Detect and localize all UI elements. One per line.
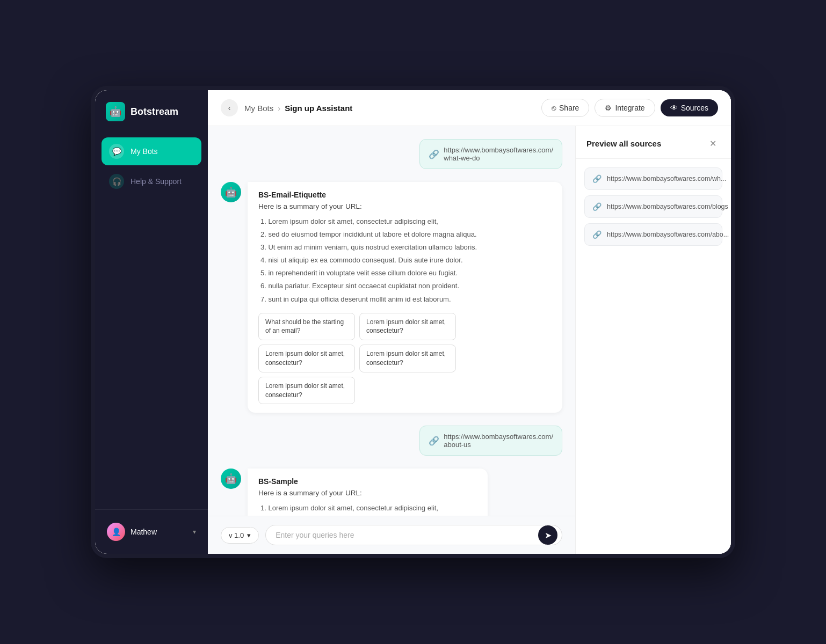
bot-list-2: 1. Lorem ipsum dolor sit amet, consectet… — [258, 502, 477, 516]
url-pill: 🔗 https://www.bombaysoftwares.com/what-w… — [419, 139, 562, 169]
chip[interactable]: Lorem ipsum dolor sit amet, consectetur? — [258, 377, 355, 405]
bot-summary-2: Here is a summary of your URL: — [258, 489, 477, 497]
url-text-2: https://www.bombaysoftwares.com/about-us — [444, 433, 553, 449]
breadcrumb-separator: › — [278, 104, 280, 113]
header: ‹ My Bots › Sign up Assistant ⎋ Share ⚙ … — [208, 90, 731, 126]
preview-panel: Preview all sources ✕ 🔗 https://www.bomb… — [575, 126, 731, 554]
main-content: ‹ My Bots › Sign up Assistant ⎋ Share ⚙ … — [208, 90, 731, 554]
bot-name-2: BS-Sample — [258, 477, 477, 486]
back-button[interactable]: ‹ — [221, 99, 238, 116]
chat-input-wrapper: ➤ — [265, 525, 562, 545]
version-label: v 1.0 — [229, 531, 244, 539]
link-icon: 🔗 — [592, 174, 602, 183]
bot-list-1: 1. Lorem ipsum dolor sit amet, consectet… — [258, 216, 552, 305]
link-icon: 🔗 — [429, 149, 439, 159]
bot-response-1: 🤖 BS-Email-Etiquette Here is a summary o… — [221, 182, 562, 413]
user-info[interactable]: 👤 Mathew ▾ — [102, 518, 201, 545]
source-url: https://www.bombaysoftwares.com/blogs — [607, 203, 728, 210]
sidebar: 🤖 Botstream 💬 My Bots 🎧 Help & Support 👤… — [95, 90, 208, 554]
source-item-3[interactable]: 🔗 https://www.bombaysoftwares.com/abo... — [584, 223, 722, 246]
sidebar-item-label: My Bots — [131, 147, 158, 156]
integrate-button[interactable]: ⚙ Integrate — [595, 99, 655, 117]
chip[interactable]: Lorem ipsum dolor sit amet, consectetur? — [359, 313, 456, 341]
suggestion-chips-1: What should be the starting of an email?… — [258, 313, 552, 405]
preview-title: Preview all sources — [586, 139, 661, 148]
logo-icon: 🤖 — [106, 102, 125, 121]
url-pill-2: 🔗 https://www.bombaysoftwares.com/about-… — [419, 426, 562, 456]
link-icon: 🔗 — [592, 230, 602, 239]
list-item: 4. nisi ut aliquip ex ea commodo consequ… — [260, 254, 552, 266]
bot-response-2: 🤖 BS-Sample Here is a summary of your UR… — [221, 469, 562, 516]
help-support-icon: 🎧 — [109, 174, 124, 189]
sidebar-footer: 👤 Mathew ▾ — [95, 509, 208, 554]
bot-summary-1: Here is a summary of your URL: — [258, 202, 552, 210]
list-item: 2. sed do eiusmod tempor incididunt ut l… — [260, 229, 552, 240]
app-name: Botstream — [131, 106, 178, 118]
chat-input-area: v 1.0 ▾ ➤ — [208, 516, 575, 554]
sidebar-item-label: Help & Support — [131, 177, 182, 186]
preview-header: Preview all sources ✕ — [576, 126, 731, 159]
url-text: https://www.bombaysoftwares.com/what-we-… — [444, 146, 553, 162]
source-url: https://www.bombaysoftwares.com/abo... — [607, 231, 729, 238]
header-actions: ⎋ Share ⚙ Integrate 👁 Sources — [541, 99, 718, 117]
chat-messages: 🔗 https://www.bombaysoftwares.com/what-w… — [208, 126, 575, 516]
sidebar-item-my-bots[interactable]: 💬 My Bots — [102, 137, 201, 165]
share-button[interactable]: ⎋ Share — [541, 99, 589, 117]
close-button[interactable]: ✕ — [705, 136, 720, 151]
breadcrumb-current: Sign up Assistant — [285, 104, 352, 113]
sources-button[interactable]: 👁 Sources — [661, 99, 718, 116]
avatar: 👤 — [107, 523, 125, 541]
bot-content-1: BS-Email-Etiquette Here is a summary of … — [248, 182, 562, 413]
chevron-down-icon: ▾ — [193, 528, 196, 536]
sources-icon: 👁 — [670, 104, 678, 112]
breadcrumb-parent[interactable]: My Bots — [244, 104, 273, 113]
chip[interactable]: Lorem ipsum dolor sit amet, consectetur? — [258, 345, 355, 372]
chevron-down-icon: ▾ — [247, 531, 251, 539]
share-icon: ⎋ — [552, 104, 556, 112]
version-select[interactable]: v 1.0 ▾ — [221, 527, 259, 544]
bot-avatar-2: 🤖 — [221, 469, 241, 489]
list-item: 7. sunt in culpa qui officia deserunt mo… — [260, 294, 552, 305]
app-logo: 🤖 Botstream — [95, 90, 208, 133]
source-url: https://www.bombaysoftwares.com/wh... — [607, 175, 726, 182]
list-item: 6. nulla pariatur. Excepteur sint occaec… — [260, 280, 552, 292]
send-icon: ➤ — [545, 530, 552, 540]
bot-avatar-1: 🤖 — [221, 182, 241, 202]
chip[interactable]: What should be the starting of an email? — [258, 313, 355, 341]
preview-sources: 🔗 https://www.bombaysoftwares.com/wh... … — [576, 159, 731, 254]
link-icon: 🔗 — [592, 202, 602, 211]
my-bots-icon: 💬 — [109, 144, 124, 159]
bot-content-2: BS-Sample Here is a summary of your URL:… — [248, 469, 488, 516]
url-message-2: 🔗 https://www.bombaysoftwares.com/about-… — [221, 426, 562, 456]
send-button[interactable]: ➤ — [538, 525, 557, 545]
sidebar-nav: 💬 My Bots 🎧 Help & Support — [95, 133, 208, 509]
chat-area: 🔗 https://www.bombaysoftwares.com/what-w… — [208, 126, 575, 554]
integrate-icon: ⚙ — [605, 104, 612, 112]
content-area: 🔗 https://www.bombaysoftwares.com/what-w… — [208, 126, 731, 554]
list-item: 1. Lorem ipsum dolor sit amet, consectet… — [260, 502, 477, 514]
bot-name-1: BS-Email-Etiquette — [258, 191, 552, 199]
url-message-1: 🔗 https://www.bombaysoftwares.com/what-w… — [221, 139, 562, 169]
link-icon-2: 🔗 — [429, 436, 439, 446]
sidebar-item-help-support[interactable]: 🎧 Help & Support — [102, 167, 201, 195]
source-item-2[interactable]: 🔗 https://www.bombaysoftwares.com/blogs — [584, 195, 722, 218]
list-item: 1. Lorem ipsum dolor sit amet, consectet… — [260, 216, 552, 228]
chip[interactable]: Lorem ipsum dolor sit amet, consectetur? — [359, 345, 456, 372]
list-item: 3. Ut enim ad minim veniam, quis nostrud… — [260, 241, 552, 253]
chat-input[interactable] — [276, 531, 535, 539]
source-item-1[interactable]: 🔗 https://www.bombaysoftwares.com/wh... — [584, 167, 722, 190]
user-name: Mathew — [131, 528, 187, 536]
breadcrumb: My Bots › Sign up Assistant — [244, 104, 352, 113]
list-item: 5. in reprehenderit in voluptate velit e… — [260, 267, 552, 279]
